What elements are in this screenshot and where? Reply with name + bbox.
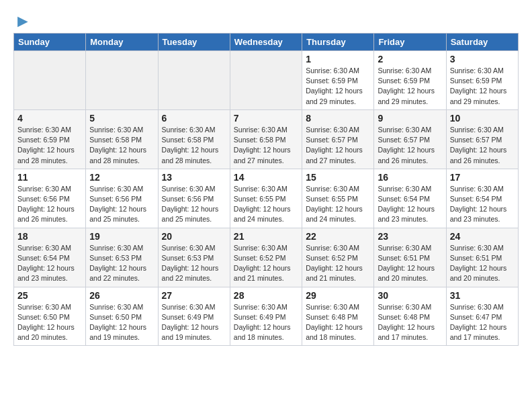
calendar-day-cell: 18Sunrise: 6:30 AMSunset: 6:54 PMDayligh… [14, 228, 86, 287]
day-number: 25 [17, 290, 82, 301]
day-info: Sunrise: 6:30 AMSunset: 6:59 PMDaylight:… [450, 66, 515, 107]
calendar-day-cell: 27Sunrise: 6:30 AMSunset: 6:49 PMDayligh… [158, 287, 230, 346]
weekday-header-friday: Friday [374, 34, 446, 51]
calendar-table: SundayMondayTuesdayWednesdayThursdayFrid… [13, 33, 519, 346]
day-number: 16 [378, 172, 442, 183]
day-info: Sunrise: 6:30 AMSunset: 6:53 PMDaylight:… [89, 243, 154, 284]
day-number: 10 [450, 113, 515, 124]
weekday-header-row: SundayMondayTuesdayWednesdayThursdayFrid… [14, 34, 519, 51]
calendar-day-cell: 11Sunrise: 6:30 AMSunset: 6:56 PMDayligh… [14, 169, 86, 228]
calendar-day-cell [230, 51, 302, 110]
calendar-week-row: 4Sunrise: 6:30 AMSunset: 6:59 PMDaylight… [14, 109, 519, 169]
calendar-day-cell: 28Sunrise: 6:30 AMSunset: 6:49 PMDayligh… [230, 287, 302, 346]
calendar-day-cell: 24Sunrise: 6:30 AMSunset: 6:51 PMDayligh… [446, 228, 518, 287]
day-info: Sunrise: 6:30 AMSunset: 6:53 PMDaylight:… [162, 243, 226, 284]
day-info: Sunrise: 6:30 AMSunset: 6:56 PMDaylight:… [89, 184, 154, 225]
calendar-day-cell: 25Sunrise: 6:30 AMSunset: 6:50 PMDayligh… [14, 287, 86, 346]
calendar-day-cell: 19Sunrise: 6:30 AMSunset: 6:53 PMDayligh… [86, 228, 158, 287]
day-info: Sunrise: 6:30 AMSunset: 6:57 PMDaylight:… [450, 125, 515, 166]
page-header: ► [13, 11, 519, 28]
day-info: Sunrise: 6:30 AMSunset: 6:48 PMDaylight:… [378, 302, 442, 343]
calendar-day-cell: 12Sunrise: 6:30 AMSunset: 6:56 PMDayligh… [86, 169, 158, 228]
calendar-day-cell: 17Sunrise: 6:30 AMSunset: 6:54 PMDayligh… [446, 169, 518, 228]
day-info: Sunrise: 6:30 AMSunset: 6:55 PMDaylight:… [306, 184, 370, 225]
day-info: Sunrise: 6:30 AMSunset: 6:50 PMDaylight:… [89, 302, 154, 343]
calendar-week-row: 11Sunrise: 6:30 AMSunset: 6:56 PMDayligh… [14, 169, 519, 228]
day-number: 13 [162, 172, 226, 183]
weekday-header-thursday: Thursday [302, 34, 374, 51]
calendar-day-cell: 16Sunrise: 6:30 AMSunset: 6:54 PMDayligh… [374, 169, 446, 228]
calendar-day-cell: 26Sunrise: 6:30 AMSunset: 6:50 PMDayligh… [86, 287, 158, 346]
weekday-header-monday: Monday [86, 34, 158, 51]
calendar-day-cell: 31Sunrise: 6:30 AMSunset: 6:47 PMDayligh… [446, 287, 518, 346]
calendar-day-cell: 23Sunrise: 6:30 AMSunset: 6:51 PMDayligh… [374, 228, 446, 287]
day-info: Sunrise: 6:30 AMSunset: 6:57 PMDaylight:… [378, 125, 442, 166]
day-number: 27 [162, 290, 226, 301]
day-info: Sunrise: 6:30 AMSunset: 6:47 PMDaylight:… [450, 302, 515, 343]
day-number: 9 [378, 113, 442, 124]
day-number: 30 [378, 290, 442, 301]
day-info: Sunrise: 6:30 AMSunset: 6:52 PMDaylight:… [234, 243, 298, 284]
day-info: Sunrise: 6:30 AMSunset: 6:51 PMDaylight:… [450, 243, 515, 284]
day-number: 17 [450, 172, 515, 183]
calendar-day-cell: 3Sunrise: 6:30 AMSunset: 6:59 PMDaylight… [446, 51, 518, 110]
calendar-day-cell: 30Sunrise: 6:30 AMSunset: 6:48 PMDayligh… [374, 287, 446, 346]
calendar-day-cell: 15Sunrise: 6:30 AMSunset: 6:55 PMDayligh… [302, 169, 374, 228]
page-container: ► SundayMondayTuesdayWednesdayThursdayFr… [0, 0, 532, 357]
day-number: 6 [162, 113, 226, 124]
day-number: 19 [89, 231, 154, 242]
calendar-day-cell: 9Sunrise: 6:30 AMSunset: 6:57 PMDaylight… [374, 109, 446, 169]
day-number: 26 [89, 290, 154, 301]
weekday-header-tuesday: Tuesday [158, 34, 230, 51]
day-number: 22 [306, 231, 370, 242]
calendar-day-cell: 14Sunrise: 6:30 AMSunset: 6:55 PMDayligh… [230, 169, 302, 228]
day-number: 23 [378, 231, 442, 242]
calendar-day-cell: 6Sunrise: 6:30 AMSunset: 6:58 PMDaylight… [158, 109, 230, 169]
calendar-week-row: 25Sunrise: 6:30 AMSunset: 6:50 PMDayligh… [14, 287, 519, 346]
day-info: Sunrise: 6:30 AMSunset: 6:59 PMDaylight:… [306, 66, 370, 107]
logo: ► [13, 11, 32, 28]
day-info: Sunrise: 6:30 AMSunset: 6:54 PMDaylight:… [17, 243, 82, 284]
day-number: 5 [89, 113, 154, 124]
day-info: Sunrise: 6:30 AMSunset: 6:49 PMDaylight:… [234, 302, 298, 343]
calendar-day-cell: 20Sunrise: 6:30 AMSunset: 6:53 PMDayligh… [158, 228, 230, 287]
day-info: Sunrise: 6:30 AMSunset: 6:49 PMDaylight:… [162, 302, 226, 343]
calendar-day-cell: 5Sunrise: 6:30 AMSunset: 6:58 PMDaylight… [86, 109, 158, 169]
calendar-day-cell [14, 51, 86, 110]
day-number: 28 [234, 290, 298, 301]
day-info: Sunrise: 6:30 AMSunset: 6:59 PMDaylight:… [378, 66, 442, 107]
day-info: Sunrise: 6:30 AMSunset: 6:52 PMDaylight:… [306, 243, 370, 284]
logo-arrow-icon: ► [14, 11, 32, 32]
calendar-day-cell: 7Sunrise: 6:30 AMSunset: 6:58 PMDaylight… [230, 109, 302, 169]
calendar-day-cell: 8Sunrise: 6:30 AMSunset: 6:57 PMDaylight… [302, 109, 374, 169]
day-number: 31 [450, 290, 515, 301]
day-number: 12 [89, 172, 154, 183]
day-info: Sunrise: 6:30 AMSunset: 6:57 PMDaylight:… [306, 125, 370, 166]
weekday-header-sunday: Sunday [14, 34, 86, 51]
day-info: Sunrise: 6:30 AMSunset: 6:58 PMDaylight:… [234, 125, 298, 166]
calendar-day-cell: 22Sunrise: 6:30 AMSunset: 6:52 PMDayligh… [302, 228, 374, 287]
calendar-week-row: 18Sunrise: 6:30 AMSunset: 6:54 PMDayligh… [14, 228, 519, 287]
day-number: 8 [306, 113, 370, 124]
calendar-day-cell: 13Sunrise: 6:30 AMSunset: 6:56 PMDayligh… [158, 169, 230, 228]
day-number: 7 [234, 113, 298, 124]
calendar-day-cell: 29Sunrise: 6:30 AMSunset: 6:48 PMDayligh… [302, 287, 374, 346]
day-number: 29 [306, 290, 370, 301]
day-info: Sunrise: 6:30 AMSunset: 6:56 PMDaylight:… [17, 184, 82, 225]
day-number: 2 [378, 54, 442, 64]
calendar-day-cell: 2Sunrise: 6:30 AMSunset: 6:59 PMDaylight… [374, 51, 446, 110]
day-number: 21 [234, 231, 298, 242]
calendar-day-cell: 10Sunrise: 6:30 AMSunset: 6:57 PMDayligh… [446, 109, 518, 169]
day-info: Sunrise: 6:30 AMSunset: 6:50 PMDaylight:… [17, 302, 82, 343]
calendar-day-cell: 21Sunrise: 6:30 AMSunset: 6:52 PMDayligh… [230, 228, 302, 287]
day-info: Sunrise: 6:30 AMSunset: 6:51 PMDaylight:… [378, 243, 442, 284]
day-number: 20 [162, 231, 226, 242]
calendar-day-cell: 1Sunrise: 6:30 AMSunset: 6:59 PMDaylight… [302, 51, 374, 110]
day-number: 1 [306, 54, 370, 64]
day-number: 11 [17, 172, 82, 183]
day-number: 15 [306, 172, 370, 183]
day-info: Sunrise: 6:30 AMSunset: 6:59 PMDaylight:… [17, 125, 82, 166]
day-info: Sunrise: 6:30 AMSunset: 6:58 PMDaylight:… [162, 125, 226, 166]
calendar-day-cell [158, 51, 230, 110]
day-info: Sunrise: 6:30 AMSunset: 6:55 PMDaylight:… [234, 184, 298, 225]
